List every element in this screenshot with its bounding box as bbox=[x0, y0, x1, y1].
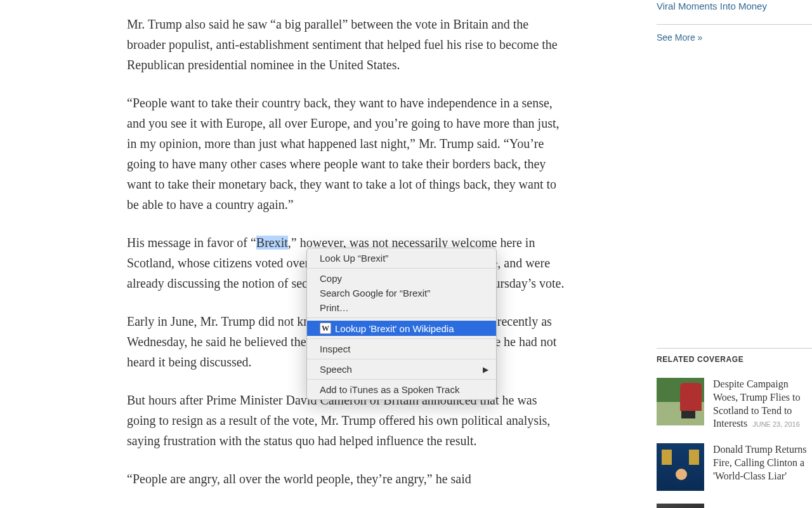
related-thumbnail bbox=[657, 378, 704, 425]
submenu-arrow-icon: ▶ bbox=[483, 365, 488, 374]
menu-print[interactable]: Print… bbox=[307, 300, 496, 315]
article-paragraph: Mr. Trump also said he saw “a big parall… bbox=[127, 14, 565, 75]
related-heading: RELATED COVERAGE bbox=[657, 355, 812, 364]
menu-separator bbox=[307, 318, 496, 318]
divider bbox=[657, 24, 812, 25]
menu-separator bbox=[307, 359, 496, 359]
menu-separator bbox=[307, 338, 496, 339]
menu-lookup-wikipedia-label: Lookup 'Brexit' on Wikipedia bbox=[335, 323, 454, 334]
related-title: Despite Campaign Woes, Trump Flies to Sc… bbox=[713, 378, 812, 431]
article-paragraph: “People want to take their country back,… bbox=[127, 93, 565, 215]
selected-text[interactable]: Brexit bbox=[256, 236, 288, 250]
wikipedia-icon: W bbox=[320, 323, 331, 334]
menu-search-google[interactable]: Search Google for “Brexit” bbox=[307, 286, 496, 300]
menu-separator bbox=[307, 379, 496, 380]
menu-lookup-wikipedia[interactable]: W Lookup 'Brexit' on Wikipedia bbox=[307, 321, 496, 336]
menu-speech[interactable]: Speech ▶ bbox=[307, 362, 496, 377]
menu-separator bbox=[307, 268, 496, 269]
article-text: His message in favor of “ bbox=[127, 236, 256, 250]
divider bbox=[657, 348, 812, 349]
related-thumbnail bbox=[657, 504, 704, 508]
related-coverage: RELATED COVERAGE Despite Campaign Woes, … bbox=[657, 348, 812, 508]
sidebar-top: Viral Moments Into Money See More » bbox=[657, 0, 812, 43]
menu-speech-label: Speech bbox=[320, 364, 352, 375]
related-date: JUNE 23, 2016 bbox=[752, 420, 800, 428]
menu-look-up[interactable]: Look Up “Brexit” bbox=[307, 251, 496, 265]
menu-copy[interactable]: Copy bbox=[307, 271, 496, 286]
see-more-link[interactable]: See More » bbox=[657, 32, 812, 43]
related-thumbnail bbox=[657, 443, 704, 491]
related-item[interactable]: Despite Campaign Woes, Trump Flies to Sc… bbox=[657, 378, 812, 431]
related-title: Donald Trump Returns Fire, Calling Clint… bbox=[713, 443, 812, 483]
context-menu: Look Up “Brexit” Copy Search Google for … bbox=[306, 248, 497, 400]
menu-add-itunes[interactable]: Add to iTunes as a Spoken Track bbox=[307, 382, 496, 397]
menu-inspect[interactable]: Inspect bbox=[307, 342, 496, 356]
sidebar-link[interactable]: Viral Moments Into Money bbox=[657, 0, 812, 13]
related-item[interactable]: Donald Trump Returns Fire, Calling Clint… bbox=[657, 443, 812, 491]
article-paragraph: “People are angry, all over the world pe… bbox=[127, 469, 565, 489]
related-item[interactable] bbox=[657, 504, 812, 508]
